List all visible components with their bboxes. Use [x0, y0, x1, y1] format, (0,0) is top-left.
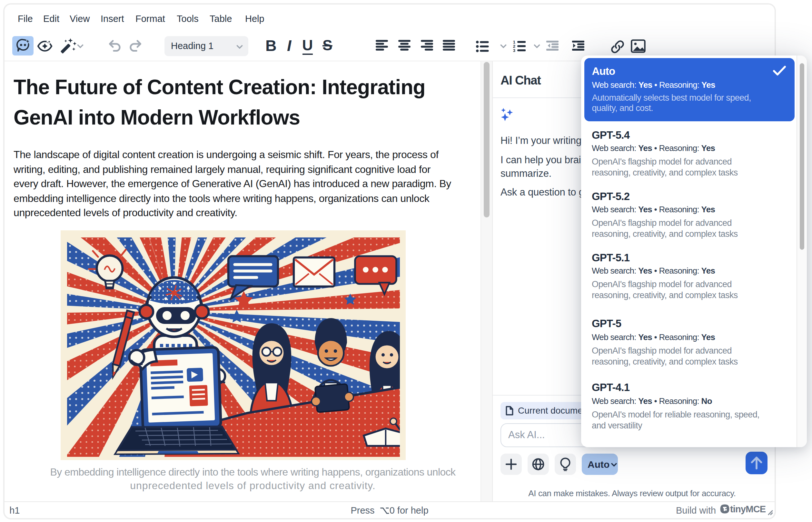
svg-text:3: 3 [513, 48, 515, 52]
